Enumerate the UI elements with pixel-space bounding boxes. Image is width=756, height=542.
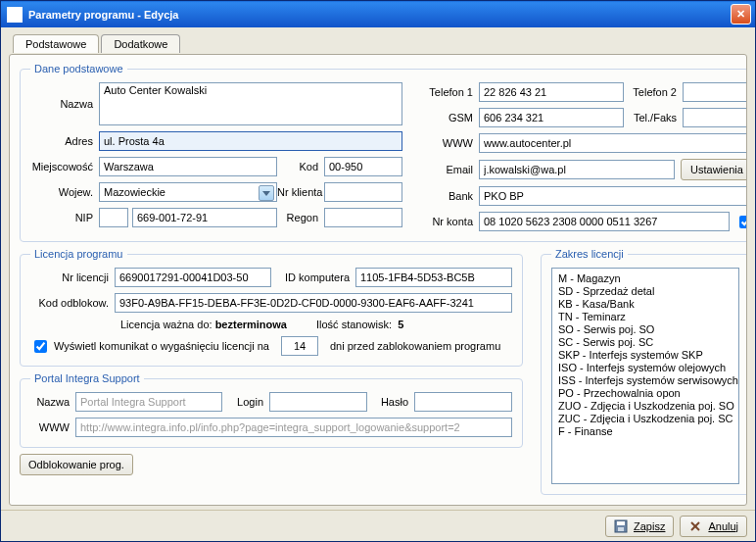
label-phone1: Telefon 1 [420,86,479,98]
label-address: Adres [30,135,99,147]
tab-extra[interactable]: Dodatkowe [101,34,180,53]
input-nip-prefix[interactable] [99,208,128,227]
input-notify-days[interactable] [281,336,318,356]
button-save-label: Zapisz [634,520,665,532]
scope-item[interactable]: KB - Kasa/Bank [558,298,738,311]
bottombar: Zapisz Anuluj [1,510,755,541]
select-voivodeship[interactable] [99,182,277,202]
label-account: Nr konta [420,216,479,227]
input-account[interactable] [479,212,730,231]
scope-item[interactable]: TN - Teminarz [558,311,738,323]
label-telfax: Tel./Faks [624,112,683,123]
group-license-legend: Licencja programu [30,248,127,260]
input-phone1[interactable] [479,82,624,102]
label-email: Email [420,164,479,175]
input-telfax[interactable] [683,108,747,127]
scope-item[interactable]: ISS - Interfejs systemów serwisowych [558,374,738,387]
group-basic: Dane podstawowe Nazwa Auto Center Kowals… [20,63,747,242]
window: Parametry programu - Edycja ✕ Podstawowe… [0,0,756,542]
group-scope: Zakres licencji M - MagazynSD - Sprzedaż… [541,248,747,495]
window-title: Parametry programu - Edycja [28,9,731,21]
input-city[interactable] [99,157,277,176]
input-address[interactable] [99,131,402,151]
label-zip: Kod [277,161,324,172]
input-portal-name [75,392,222,412]
scope-item[interactable]: SD - Sprzedaż detal [558,285,738,298]
cancel-icon [688,519,702,533]
input-name[interactable]: Auto Center Kowalski [99,82,402,125]
label-www: WWW [420,137,479,149]
button-crm-settings[interactable]: Ustawienia CRM [681,159,747,180]
scope-list[interactable]: M - MagazynSD - Sprzedaż detalKB - Kasa/… [551,268,739,484]
app-icon [7,7,23,23]
scope-item[interactable]: M - Magazyn [558,272,738,285]
label-password: Hasło [367,396,414,408]
input-login[interactable] [269,392,367,412]
button-cancel[interactable]: Anuluj [680,516,747,537]
input-lic-no[interactable] [115,268,271,287]
label-city: Miejscowość [30,161,99,172]
input-portal-www [75,418,512,437]
label-comp-id: ID komputera [271,271,355,283]
label-gsm: GSM [420,112,479,123]
save-icon [614,519,628,533]
svg-rect-2 [618,527,624,531]
input-bank[interactable] [479,186,747,206]
group-portal: Portal Integra Support Nazwa Login Hasło [20,372,523,448]
input-www[interactable] [479,133,747,153]
tab-basic[interactable]: Podstawowe [13,34,99,53]
input-gsm[interactable] [479,108,624,127]
svg-rect-1 [617,521,625,525]
value-seats: 5 [398,319,403,330]
input-password[interactable] [414,392,512,412]
label-client-no: Nr klienta [277,186,324,198]
scope-item[interactable]: F - Finanse [558,425,738,438]
scope-item[interactable]: ZUC - Zdjęcia i Uszkodzenia poj. SC [558,413,738,425]
group-scope-legend: Zakres licencji [551,248,628,260]
label-lic-no: Nr licencji [30,271,115,283]
label-voivodeship: Wojew. [30,186,99,198]
label-portal-name: Nazwa [30,396,75,408]
scope-item[interactable]: ISO - Interfejs systemów olejowych [558,362,738,374]
titlebar: Parametry programu - Edycja ✕ [1,1,755,27]
group-basic-legend: Dane podstawowe [30,63,127,74]
button-unlock-prog[interactable]: Odblokowanie prog. [20,454,133,475]
input-email[interactable] [479,160,675,179]
label-portal-www: WWW [30,421,75,433]
label-notify-prefix: Wyświetl komunikat o wygaśnięciu licencj… [54,340,269,352]
checkbox-notify[interactable] [34,340,47,353]
input-nip[interactable] [132,208,277,227]
label-name: Nazwa [30,98,99,110]
client-area: Podstawowe Dodatkowe Dane podstawowe Naz… [1,27,755,510]
group-portal-legend: Portal Integra Support [30,372,144,384]
label-notify-suffix: dni przed zablokowaniem programu [330,340,500,352]
input-unlock-code[interactable] [115,293,512,313]
input-client-no[interactable] [324,182,402,202]
tabs: Podstawowe Dodatkowe [13,33,747,52]
label-regon: Regon [277,212,324,223]
label-bank: Bank [420,190,479,202]
input-phone2[interactable] [683,82,747,102]
input-zip[interactable] [324,157,402,176]
group-license: Licencja programu Nr licencji ID kompute… [20,248,523,367]
button-save[interactable]: Zapisz [605,516,674,537]
label-seats-prefix: Ilość stanowisk: [316,319,392,330]
button-cancel-label: Anuluj [708,520,738,532]
scope-item[interactable]: PO - Przechowalnia opon [558,387,738,400]
label-valid-prefix: Licencja ważna do: [120,319,213,330]
label-unlock-code: Kod odblokow. [30,297,115,309]
input-regon[interactable] [324,208,402,227]
close-button[interactable]: ✕ [731,4,751,25]
value-valid: bezterminowa [215,319,287,330]
scope-item[interactable]: SC - Serwis poj. SC [558,336,738,349]
scope-item[interactable]: SKP - Interfejs systemów SKP [558,349,738,362]
input-comp-id[interactable] [355,268,512,287]
scope-item[interactable]: SO - Serwis poj. SO [558,323,738,336]
scope-item[interactable]: ZUO - Zdjęcia i Uszkodzenia poj. SO [558,400,738,413]
checkbox-iban[interactable] [739,216,747,228]
tabpage-basic: Dane podstawowe Nazwa Auto Center Kowals… [9,54,747,506]
label-phone2: Telefon 2 [624,86,683,98]
label-nip: NIP [30,212,99,223]
label-login: Login [222,396,269,408]
